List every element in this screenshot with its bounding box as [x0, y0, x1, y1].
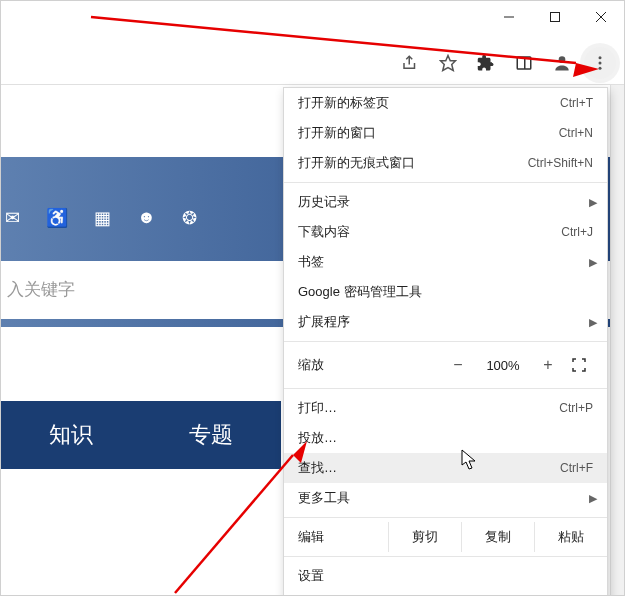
- menu-separator: [284, 182, 607, 183]
- zoom-percent: 100%: [475, 358, 531, 373]
- close-button[interactable]: [578, 1, 624, 33]
- menu-shortcut: Ctrl+F: [560, 461, 593, 475]
- fullscreen-button[interactable]: [565, 358, 593, 372]
- menu-find[interactable]: 查找… Ctrl+F: [284, 453, 607, 483]
- profile-icon[interactable]: [546, 47, 578, 79]
- submenu-arrow-icon: ▶: [589, 256, 597, 269]
- mail-icon[interactable]: ✉: [5, 207, 20, 229]
- share-icon[interactable]: [394, 47, 426, 79]
- menu-separator: [284, 517, 607, 518]
- menu-print[interactable]: 打印… Ctrl+P: [284, 393, 607, 423]
- zoom-out-button[interactable]: −: [441, 356, 475, 374]
- menu-label: 打开新的标签页: [298, 94, 389, 112]
- window-titlebar: [1, 1, 624, 41]
- scrollbar[interactable]: [610, 85, 624, 595]
- menu-more-tools[interactable]: 更多工具 ▶: [284, 483, 607, 513]
- star-icon[interactable]: [432, 47, 464, 79]
- chrome-main-menu: 打开新的标签页 Ctrl+T 打开新的窗口 Ctrl+N 打开新的无痕式窗口 C…: [283, 87, 608, 596]
- window-controls: [486, 1, 624, 33]
- menu-zoom-row: 缩放 − 100% +: [284, 346, 607, 384]
- menu-shortcut: Ctrl+P: [559, 401, 593, 415]
- menu-bookmarks[interactable]: 书签 ▶: [284, 247, 607, 277]
- copy-button[interactable]: 复制: [461, 522, 534, 552]
- maximize-button[interactable]: [532, 1, 578, 33]
- menu-separator: [284, 556, 607, 557]
- accessibility-icon[interactable]: ♿: [46, 207, 68, 229]
- nav-item-knowledge[interactable]: 知识: [1, 401, 141, 469]
- menu-shortcut: Ctrl+J: [561, 225, 593, 239]
- menu-downloads[interactable]: 下载内容 Ctrl+J: [284, 217, 607, 247]
- menu-label: 投放…: [298, 429, 337, 447]
- menu-incognito[interactable]: 打开新的无痕式窗口 Ctrl+Shift+N: [284, 148, 607, 178]
- svg-marker-4: [441, 56, 456, 71]
- menu-history[interactable]: 历史记录 ▶: [284, 187, 607, 217]
- weibo-icon[interactable]: ❂: [182, 207, 197, 229]
- menu-shortcut: Ctrl+T: [560, 96, 593, 110]
- menu-separator: [284, 388, 607, 389]
- menu-label: 打开新的窗口: [298, 124, 376, 142]
- menu-shortcut: Ctrl+N: [559, 126, 593, 140]
- menu-cast[interactable]: 投放…: [284, 423, 607, 453]
- browser-toolbar: [1, 41, 624, 85]
- svg-point-8: [599, 56, 602, 59]
- menu-extensions[interactable]: 扩展程序 ▶: [284, 307, 607, 337]
- svg-point-10: [599, 67, 602, 70]
- menu-label: 下载内容: [298, 223, 350, 241]
- search-input[interactable]: [7, 280, 267, 300]
- banner-icon-row: ✉ ♿ ▦ ☻ ❂: [5, 207, 197, 229]
- menu-label: 更多工具: [298, 489, 350, 507]
- nav-strip: 知识 专题: [1, 401, 281, 469]
- submenu-arrow-icon: ▶: [589, 316, 597, 329]
- app-icon[interactable]: ▦: [94, 207, 111, 229]
- menu-label: 历史记录: [298, 193, 350, 211]
- submenu-arrow-icon: ▶: [589, 492, 597, 505]
- menu-settings[interactable]: 设置: [284, 561, 607, 591]
- nav-item-topics[interactable]: 专题: [141, 401, 281, 469]
- sidepanel-icon[interactable]: [508, 47, 540, 79]
- cut-button[interactable]: 剪切: [388, 522, 461, 552]
- chat-icon[interactable]: ☻: [137, 207, 156, 229]
- menu-new-tab[interactable]: 打开新的标签页 Ctrl+T: [284, 88, 607, 118]
- more-menu-button[interactable]: [584, 47, 616, 79]
- menu-label: 扩展程序: [298, 313, 350, 331]
- menu-label: 打开新的无痕式窗口: [298, 154, 415, 172]
- svg-rect-1: [551, 13, 560, 22]
- svg-point-7: [559, 56, 566, 63]
- menu-label: Google 密码管理工具: [298, 283, 422, 301]
- menu-new-window[interactable]: 打开新的窗口 Ctrl+N: [284, 118, 607, 148]
- svg-point-9: [599, 62, 602, 65]
- extensions-icon[interactable]: [470, 47, 502, 79]
- edit-label: 编辑: [298, 528, 388, 546]
- menu-separator: [284, 341, 607, 342]
- menu-label: 打印…: [298, 399, 337, 417]
- menu-label: 查找…: [298, 459, 337, 477]
- paste-button[interactable]: 粘贴: [534, 522, 607, 552]
- menu-label: 书签: [298, 253, 324, 271]
- zoom-label: 缩放: [298, 356, 441, 374]
- minimize-button[interactable]: [486, 1, 532, 33]
- menu-label: 设置: [298, 567, 324, 585]
- submenu-arrow-icon: ▶: [589, 196, 597, 209]
- menu-help[interactable]: 帮助 ▶: [284, 591, 607, 596]
- menu-password-manager[interactable]: Google 密码管理工具: [284, 277, 607, 307]
- zoom-in-button[interactable]: +: [531, 356, 565, 374]
- menu-shortcut: Ctrl+Shift+N: [528, 156, 593, 170]
- menu-edit-row: 编辑 剪切 复制 粘贴: [284, 522, 607, 552]
